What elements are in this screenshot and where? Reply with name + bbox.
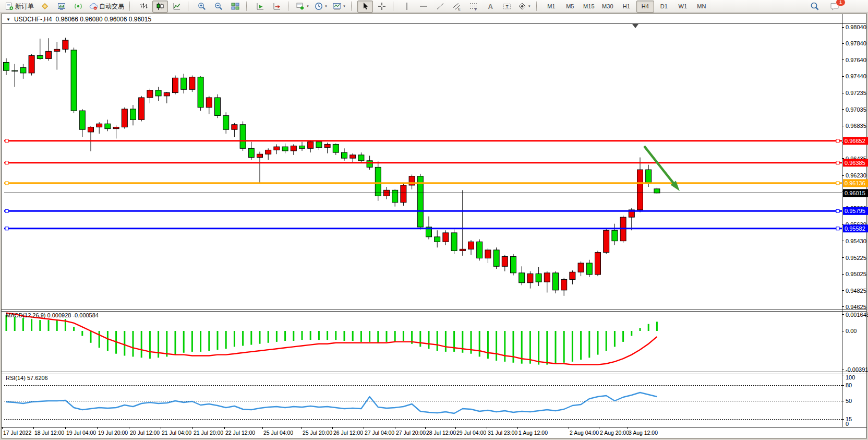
template-button[interactable]: ▼ [331, 1, 348, 13]
candle [443, 233, 449, 242]
candle [586, 263, 592, 275]
toolbar-separator [129, 2, 133, 11]
channel-icon: E [453, 2, 461, 10]
auto-scroll-button[interactable] [252, 1, 268, 13]
tf-m5-label: M5 [566, 3, 574, 9]
svg-text:0.00: 0.00 [846, 328, 857, 334]
shapes-button[interactable]: ▼ [516, 1, 533, 13]
tf-h1[interactable]: H1 [618, 1, 635, 13]
line-handle[interactable] [5, 227, 8, 230]
line-handle[interactable] [836, 227, 839, 230]
candle [189, 77, 195, 90]
chart-shift-button[interactable] [269, 1, 285, 13]
tf-m30[interactable]: M30 [599, 1, 617, 13]
line-handle[interactable] [5, 161, 8, 164]
equidistant-channel-button[interactable]: E [449, 1, 465, 13]
textA-icon: A [486, 2, 495, 10]
trendline-button[interactable] [432, 1, 448, 13]
new-order-button[interactable]: 新订单 [3, 1, 36, 13]
trend-arrow-annotation[interactable] [644, 146, 680, 191]
charts-button[interactable] [54, 1, 69, 13]
dropdown-caret-icon[interactable]: ▼ [306, 5, 309, 8]
candle [248, 148, 254, 157]
tf-d1[interactable]: D1 [655, 1, 673, 13]
line-handle[interactable] [5, 182, 8, 185]
svg-text:25 Jul 04:00: 25 Jul 04:00 [263, 430, 293, 436]
period-selector-button[interactable]: ▼ [312, 1, 330, 13]
line-handle[interactable] [836, 139, 839, 142]
vertical-line-button[interactable] [399, 1, 415, 13]
fibonacci-button[interactable]: F [466, 1, 481, 13]
svg-text:21 Jul 20:00: 21 Jul 20:00 [194, 430, 223, 436]
chart-shift-marker[interactable] [632, 24, 638, 28]
tf-mn[interactable]: MN [693, 1, 710, 13]
horizontal-line-button[interactable] [416, 1, 431, 13]
svg-text:80: 80 [846, 382, 852, 388]
line-handle[interactable] [836, 209, 839, 212]
resistance-line-2[interactable] [4, 161, 842, 164]
candle [451, 233, 457, 251]
auto-trading-button[interactable]: 自动交易 [87, 1, 126, 13]
rsi-name: RSI(14) [6, 375, 26, 381]
hline-icon [419, 2, 428, 10]
svg-text:17 Jul 2022: 17 Jul 2022 [3, 430, 31, 436]
template-icon [333, 2, 341, 10]
candle [46, 51, 52, 58]
tf-m15[interactable]: M15 [580, 1, 598, 13]
chart-canvas[interactable]: 0.980400.978400.976400.974400.972350.970… [0, 0, 868, 440]
candle [257, 154, 263, 157]
candle [511, 256, 516, 272]
support-line-2[interactable] [4, 227, 842, 230]
dropdown-caret-icon[interactable]: ▼ [528, 5, 531, 8]
line-chart-button[interactable] [169, 1, 185, 13]
svg-text:0.96015: 0.96015 [845, 190, 865, 196]
search-button[interactable] [807, 1, 823, 13]
tf-m30-label: M30 [602, 3, 613, 9]
tf-h1-label: H1 [623, 3, 630, 9]
line-handle[interactable] [5, 209, 8, 212]
signals-button[interactable] [70, 1, 86, 13]
zoom-out-button[interactable] [211, 1, 226, 13]
resistance-line-1[interactable] [4, 139, 842, 142]
candle [595, 253, 601, 275]
market-gold-button[interactable] [37, 1, 53, 13]
new-chart-button[interactable]: ▼ [294, 1, 311, 13]
notifications-button[interactable]: 1 [827, 1, 842, 13]
tf-m5[interactable]: M5 [561, 1, 579, 13]
zoomout-icon [214, 2, 223, 10]
tf-h4[interactable]: H4 [636, 1, 654, 13]
cursor-button[interactable] [357, 1, 373, 13]
candle [493, 250, 499, 266]
axis-price-label: 0.95795 [843, 207, 868, 215]
notification-badge: 1 [836, 0, 846, 6]
tile-windows-button[interactable] [227, 1, 243, 13]
tile-icon [231, 2, 239, 10]
bar-chart-button[interactable] [136, 1, 151, 13]
svg-text:22 Jul 12:00: 22 Jul 12:00 [225, 430, 255, 436]
candle [88, 127, 94, 132]
svg-text:27 Jul 20:00: 27 Jul 20:00 [396, 430, 426, 436]
one-click-trading-toggle-icon[interactable]: ▼ [6, 17, 10, 22]
line-handle[interactable] [836, 161, 839, 164]
candle [215, 98, 221, 116]
svg-text:2 Aug 20:00: 2 Aug 20:00 [600, 430, 629, 436]
candle [291, 146, 296, 151]
dropdown-caret-icon[interactable]: ▼ [324, 5, 328, 8]
shift-icon [273, 2, 281, 10]
text-label-button[interactable]: T [499, 1, 515, 13]
line-handle[interactable] [5, 139, 8, 142]
text-button[interactable]: A [483, 1, 498, 13]
tf-w1[interactable]: W1 [674, 1, 692, 13]
svg-text:0.96385: 0.96385 [845, 160, 865, 166]
zoom-in-button[interactable] [194, 1, 210, 13]
line-handle[interactable] [836, 182, 839, 185]
candle [29, 55, 34, 73]
svg-text:0.001643: 0.001643 [846, 312, 868, 318]
candle [130, 109, 136, 120]
tf-m1[interactable]: M1 [542, 1, 560, 13]
crosshair-button[interactable] [374, 1, 390, 13]
dropdown-caret-icon[interactable]: ▼ [343, 5, 346, 8]
candlestick-chart-button[interactable] [152, 1, 168, 13]
candle [485, 250, 491, 258]
svg-text:3 Aug 12:00: 3 Aug 12:00 [629, 430, 658, 436]
